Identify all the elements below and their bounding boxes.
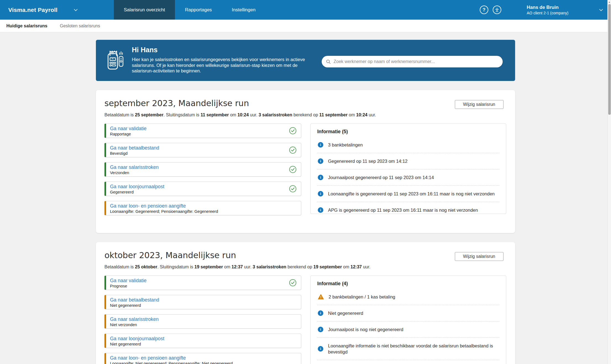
step-title: Ga naar loonjournaalpost	[110, 184, 287, 190]
info-icon: i	[318, 158, 323, 164]
info-item: i Journaalpost is nog niet gegenereerd	[317, 321, 499, 338]
info-icon: i	[318, 191, 323, 197]
hero-description: Hier kan je salarisstroken en salarisrun…	[132, 57, 320, 74]
search-input[interactable]	[334, 59, 498, 64]
meta-text: Betaaldatum is	[104, 265, 135, 269]
info-item: i Gegenereerd op 11 sep 2023 om 14:12	[317, 153, 499, 169]
meta-bold-text: 10:24	[237, 112, 249, 117]
payment-terminal-icon	[106, 49, 126, 72]
meta-text: om	[348, 112, 356, 117]
info-item: i Loonaangifte informatie is niet beschi…	[317, 338, 499, 360]
run-step-button[interactable]: Ga naar loon- en pensioen aangifte Loona…	[104, 353, 301, 364]
step-subtitle: Rapportage	[110, 132, 287, 137]
run-step-button[interactable]: Ga naar loonjournaalpost Gegenereerd	[104, 182, 301, 196]
info-list: 2 bankbetalingen / 1 kas betaling i Niet…	[317, 289, 499, 360]
info-icon: i	[318, 310, 323, 316]
info-text: Journaalpost is nog niet gegenereerd	[328, 326, 403, 332]
info-icon: i	[318, 207, 323, 213]
meta-bold-text: 11 september	[201, 112, 229, 117]
run-meta: Betaaldatum is 25 oktober. Sluitingsdatu…	[104, 265, 507, 269]
chevron-down-icon	[74, 9, 78, 11]
meta-text: om	[229, 112, 237, 117]
step-subtitle: Verzonden	[110, 170, 287, 175]
meta-text: uur.	[249, 112, 259, 117]
run-step-button[interactable]: Ga naar salarisstroken Verzonden	[104, 162, 301, 177]
hero-title: Hi Hans	[132, 46, 320, 54]
meta-bold-text: 10:24	[356, 112, 368, 117]
check-circle-icon	[289, 127, 297, 135]
step-title: Ga naar validatie	[110, 278, 287, 284]
scrollbar-thumb[interactable]	[608, 4, 611, 115]
user-name: Hans de Bruin	[527, 4, 568, 11]
window-scrollbar: ▲	[607, 0, 611, 364]
run-title: september 2023, Maandelijkse run	[104, 98, 249, 108]
tab-instellingen[interactable]: Instellingen	[222, 0, 266, 20]
help-icon[interactable]: ?	[480, 6, 488, 14]
step-title: Ga naar validatie	[110, 126, 287, 132]
user-company: AO client 2-1 (company)	[527, 11, 568, 15]
meta-bold-text: 12:37	[232, 265, 243, 269]
run-step-button[interactable]: Ga naar validatie Rapportage	[104, 124, 301, 138]
meta-text: Betaaldatum is	[104, 112, 135, 117]
info-item: i Loonaangifte is gegenereerd op 11 sep …	[317, 186, 499, 202]
run-step-button[interactable]: Ga naar betaalbestand Bevestigd	[104, 143, 301, 157]
brand-menu[interactable]: Visma.net Payroll	[0, 0, 114, 20]
meta-text: berekend op	[286, 265, 313, 269]
step-subtitle: Loonaangifte: Gegenereerd; Pensioenaangi…	[110, 209, 287, 214]
step-title: Ga naar betaalbestand	[110, 145, 287, 151]
step-title: Ga naar loonjournaalpost	[110, 336, 287, 342]
step-subtitle: Gegenereerd	[110, 190, 287, 195]
scroll-up-arrow[interactable]: ▲	[608, 0, 611, 4]
meta-bold-text: 3 salarisstroken	[253, 265, 286, 269]
tab-gesloten-salarisruns[interactable]: Gesloten salarisruns	[60, 23, 100, 28]
tab-salarisrun-overzicht[interactable]: Salarisrun overzicht	[114, 0, 175, 20]
info-item: 2 bankbetalingen / 1 kas betaling	[317, 289, 499, 305]
brand-title: Visma.net Payroll	[8, 7, 57, 13]
info-text: Niet gegenereerd	[328, 310, 363, 316]
info-icon: i	[318, 142, 323, 148]
step-title: Ga naar loon- en pensioen aangifte	[110, 355, 287, 361]
run-step-button[interactable]: Ga naar loon- en pensioen aangifte Loona…	[104, 201, 301, 215]
meta-bold-text: 19 september	[194, 265, 223, 269]
warning-icon	[318, 294, 324, 300]
info-item: i 3 bankbetalingen	[317, 137, 499, 153]
run-header: oktober 2023, Maandelijkse run Wijzig sa…	[104, 250, 507, 261]
step-subtitle: Niet gegenereerd	[110, 303, 287, 308]
meta-text: uur.	[368, 112, 376, 117]
employee-search	[322, 56, 503, 67]
search-icon	[326, 59, 331, 64]
meta-text: . Sluitingsdatum is	[157, 265, 194, 269]
run-step-button[interactable]: Ga naar validatie Prognose	[104, 276, 301, 290]
info-icon: i	[318, 346, 323, 352]
meta-text: . Sluitingsdatum is	[163, 112, 200, 117]
run-step-button[interactable]: Ga naar salarisstroken Niet verzonden	[104, 314, 301, 329]
info-text: Journaalpost gegenereerd op 11 sep 2023 …	[328, 174, 434, 180]
runs-container: september 2023, Maandelijkse run Wijzig …	[96, 90, 515, 364]
check-circle-icon	[289, 279, 297, 287]
chevron-down-icon[interactable]	[599, 9, 603, 11]
navbar-right: ? Hans de Bruin AO client 2-1 (company)	[480, 0, 611, 20]
step-title: Ga naar salarisstroken	[110, 316, 287, 322]
info-title: Informatie (5)	[317, 129, 499, 135]
edit-run-button[interactable]: Wijzig salarisrun	[455, 252, 504, 261]
accessibility-icon[interactable]	[493, 6, 501, 14]
user-menu[interactable]: Hans de Bruin AO client 2-1 (company)	[527, 4, 568, 15]
step-subtitle: Loonaangifte: Niet gegenereerd; Pensioen…	[110, 361, 287, 364]
salary-run-card: september 2023, Maandelijkse run Wijzig …	[96, 90, 515, 233]
edit-run-button[interactable]: Wijzig salarisrun	[455, 100, 504, 109]
hero-text: Hi Hans Hier kan je salarisstroken en sa…	[132, 46, 320, 74]
info-text: Gegenereerd op 11 sep 2023 om 14:12	[328, 158, 408, 164]
check-circle-icon	[289, 166, 297, 173]
run-meta: Betaaldatum is 25 september. Sluitingsda…	[104, 112, 507, 117]
meta-bold-text: 19 september	[313, 265, 342, 269]
run-step-button[interactable]: Ga naar betaalbestand Niet gegenereerd	[104, 295, 301, 309]
steps-list: Ga naar validatie Prognose Ga naar betaa…	[104, 276, 301, 364]
meta-text: berekend op	[292, 112, 319, 117]
hero-banner: Hi Hans Hier kan je salarisstroken en sa…	[96, 40, 515, 81]
run-step-button[interactable]: Ga naar loonjournaalpost Niet gegenereer…	[104, 334, 301, 348]
meta-text: uur.	[243, 265, 253, 269]
tab-rapportages[interactable]: Rapportages	[175, 0, 222, 20]
tab-huidige-salarisruns[interactable]: Huidige salarisruns	[6, 23, 48, 28]
info-panel: Informatie (4) 2 bankbetalingen / 1 kas …	[310, 276, 506, 364]
info-panel: Informatie (5) i 3 bankbetalingen i Gege…	[310, 124, 506, 214]
